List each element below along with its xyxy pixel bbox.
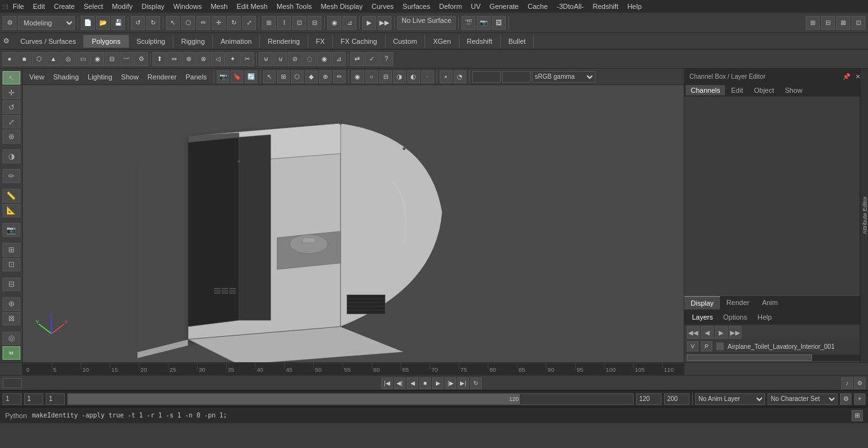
layout3-icon[interactable]: ⊠ <box>836 16 850 30</box>
cam-cycle-icon[interactable]: 🔄 <box>245 71 257 83</box>
tab-redshift[interactable]: Redshift <box>459 35 501 48</box>
status-field-3[interactable]: 1 <box>46 393 65 405</box>
go-start-icon[interactable]: |◀ <box>381 377 393 389</box>
poly-torus-icon[interactable]: ◎ <box>61 52 75 66</box>
anim-layer-dropdown[interactable]: No Anim Layer <box>695 393 765 405</box>
tab-curves-surfaces[interactable]: Curves / Surfaces <box>13 35 84 48</box>
loop-icon[interactable]: ↻ <box>470 377 482 389</box>
menu-edit[interactable]: Edit <box>29 1 49 11</box>
cam-bookmark-icon[interactable]: 🔖 <box>231 71 243 83</box>
boolean-icon[interactable]: ⊘ <box>288 52 302 66</box>
poly-cylinder-icon[interactable]: ⬡ <box>32 52 46 66</box>
poly-helix-icon[interactable]: 〰 <box>119 52 133 66</box>
layers-tab-help[interactable]: Help <box>754 312 776 322</box>
menu-deform[interactable]: Deform <box>435 1 466 11</box>
save-file-icon[interactable]: 💾 <box>111 16 125 30</box>
xray-btn[interactable]: ◎ <box>3 332 20 345</box>
br-tab-render[interactable]: Render <box>720 296 756 309</box>
cmd-expand-icon[interactable]: ⊞ <box>851 410 863 421</box>
color-space-dropdown[interactable]: sRGB gamma <box>532 71 595 83</box>
transfer-attr-icon[interactable]: ⇄ <box>350 52 364 66</box>
open-file-icon[interactable]: 📂 <box>96 16 110 30</box>
rotate-tool-btn[interactable]: ↺ <box>3 100 20 114</box>
cb-tab-object[interactable]: Object <box>749 85 779 95</box>
menu-file[interactable]: File <box>9 1 28 11</box>
settings-icon[interactable]: ⚙ <box>3 16 17 30</box>
poly-pipe-icon[interactable]: ⊟ <box>105 52 119 66</box>
select-tool-btn[interactable]: ↖ <box>3 71 20 85</box>
char-set-add-icon[interactable]: + <box>854 393 865 405</box>
poly-cube-icon[interactable]: ■ <box>17 52 31 66</box>
playback-settings-icon[interactable]: ⚙ <box>854 377 865 389</box>
render-view-icon[interactable]: 🖼 <box>492 16 506 30</box>
ao-icon[interactable]: ◔ <box>454 71 466 83</box>
average-icon[interactable]: ◉ <box>317 52 331 66</box>
layer-arrow-prev-icon[interactable]: ◀◀ <box>687 326 700 339</box>
viewport-lighting-menu[interactable]: Lighting <box>84 72 116 82</box>
tab-xgen[interactable]: XGen <box>425 35 459 48</box>
grid-btn[interactable]: ⊞ <box>3 243 20 256</box>
cleanup-icon[interactable]: ✓ <box>365 52 379 66</box>
show-manip-btn[interactable]: ⊕ <box>3 297 20 311</box>
scale-tool-btn[interactable]: ⤢ <box>3 115 20 128</box>
sym-icon[interactable]: ⊿ <box>342 16 356 30</box>
go-end-icon[interactable]: ▶| <box>458 377 469 389</box>
cb-tab-edit[interactable]: Edit <box>726 85 748 95</box>
shade-wire-icon[interactable]: ◐ <box>407 71 420 83</box>
gamma-input[interactable]: 1.00 <box>502 71 531 83</box>
layout2-icon[interactable]: ⊟ <box>821 16 835 30</box>
layer-arrow-fwd-icon[interactable]: ▶ <box>715 326 728 339</box>
face-icon[interactable]: ◆ <box>305 71 318 83</box>
br-tab-anim[interactable]: Anim <box>756 296 784 309</box>
br-tab-display[interactable]: Display <box>684 296 720 309</box>
menu-edit-mesh[interactable]: Edit Mesh <box>233 1 271 11</box>
viewport[interactable]: View Shading Lighting Show Renderer Pane… <box>23 69 684 362</box>
snap-view-icon[interactable]: ⊟ <box>308 16 322 30</box>
viewport-show-menu[interactable]: Show <box>118 72 143 82</box>
show-manip2-btn[interactable]: ⊠ <box>3 312 20 325</box>
move-tool-btn[interactable]: ✛ <box>3 86 20 99</box>
layers-scrollbar[interactable] <box>687 355 812 361</box>
sculpt-icon[interactable]: ✏ <box>333 71 346 83</box>
menu-mesh[interactable]: Mesh <box>207 1 231 11</box>
layout-icon[interactable]: ⊞ <box>806 16 820 30</box>
menu-cache[interactable]: Cache <box>524 1 552 11</box>
render-options-icon[interactable]: 🎬 <box>461 16 475 30</box>
select-icon[interactable]: ↖ <box>166 16 180 30</box>
char-set-settings-icon[interactable]: ⚙ <box>840 393 851 405</box>
measure2-btn[interactable]: 📐 <box>3 204 20 217</box>
isolate-icon[interactable]: ◉ <box>351 71 364 83</box>
snap-icon[interactable]: ⊞ <box>277 71 290 83</box>
snap-grid-icon[interactable]: ⊞ <box>262 16 276 30</box>
multi-cut-icon[interactable]: ✂ <box>240 52 254 66</box>
uv-icon[interactable]: ⊕ <box>319 71 332 83</box>
viewport-renderer-menu[interactable]: Renderer <box>144 72 180 82</box>
live-surface-button[interactable]: No Live Surface <box>397 16 456 30</box>
component-icon[interactable]: ⬡ <box>291 71 304 83</box>
layers-tab-options[interactable]: Options <box>719 312 751 322</box>
wire-icon[interactable]: ⊟ <box>379 71 392 83</box>
shadow-icon[interactable]: ▪ <box>440 71 452 83</box>
timeline-ruler[interactable]: 0 5 10 15 20 25 30 35 40 45 50 55 60 <box>23 363 684 375</box>
wedge-icon[interactable]: ◁ <box>211 52 225 66</box>
snap-curve-icon[interactable]: ⌇ <box>277 16 291 30</box>
fill-hole-icon[interactable]: ⊗ <box>196 52 210 66</box>
help-icon[interactable]: ? <box>379 52 393 66</box>
shade-icon[interactable]: ◑ <box>393 71 406 83</box>
tab-rendering[interactable]: Rendering <box>260 35 308 48</box>
menu-create[interactable]: Create <box>50 1 79 11</box>
layers-scroll-area[interactable] <box>687 355 865 361</box>
layer-playback-p[interactable]: P <box>701 341 712 351</box>
menu-redshift[interactable]: Redshift <box>589 1 622 11</box>
combine-icon[interactable]: ⊌ <box>259 52 273 66</box>
poly-plane-icon[interactable]: ▭ <box>76 52 90 66</box>
mirror-icon[interactable]: ⊿ <box>332 52 346 66</box>
redo-icon[interactable]: ↻ <box>146 16 160 30</box>
layer-visibility-v[interactable]: V <box>687 341 698 351</box>
viewport-shading-menu[interactable]: Shading <box>50 72 83 82</box>
viewport-view-menu[interactable]: View <box>25 72 48 82</box>
show-all-icon[interactable]: ○ <box>365 71 378 83</box>
paint-icon[interactable]: ✏ <box>196 16 210 30</box>
menu-help[interactable]: Help <box>623 1 646 11</box>
stop-icon[interactable]: ■ <box>419 377 431 389</box>
